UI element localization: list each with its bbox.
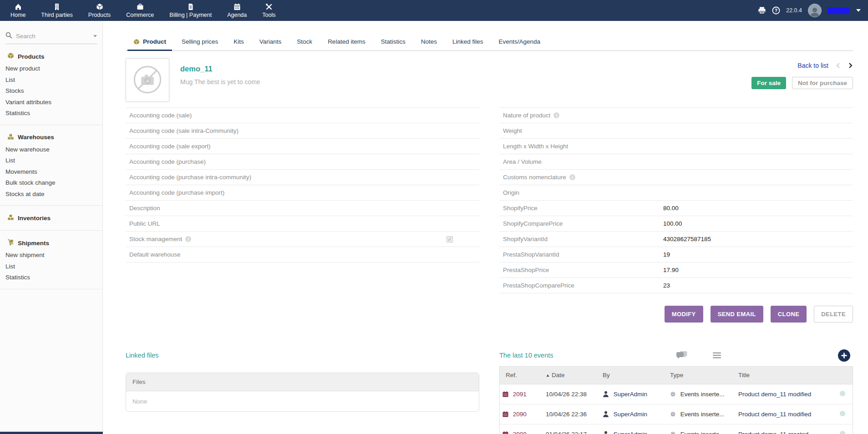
action-button[interactable]: CLONE: [771, 306, 807, 323]
sidebar-section-shipments: Shipments New shipmentListStatistics: [0, 231, 102, 289]
sidebar-section-inventories-title[interactable]: Inventories: [7, 214, 97, 222]
col-title-header[interactable]: Title: [736, 367, 837, 384]
tab[interactable]: Events/Agenda: [491, 35, 548, 50]
field-value: 17.90: [663, 267, 679, 273]
event-title-link[interactable]: Product demo_11 modified: [738, 391, 811, 398]
user-avatar[interactable]: [808, 4, 822, 17]
event-calendar-icon: [503, 431, 508, 434]
not-for-purchase-badge: Not for purchase: [792, 77, 853, 89]
sidebar-item[interactable]: List: [5, 261, 97, 273]
section-title-label: Warehouses: [18, 134, 54, 141]
field-row: PrestaShopVariantId 19: [499, 247, 853, 262]
field-row: ShopifyPrice 80.00: [499, 201, 853, 216]
warehouse-boxes-icon: [7, 133, 14, 141]
help-icon[interactable]: ?: [772, 6, 780, 15]
sidebar-item[interactable]: Stocks: [5, 86, 97, 97]
topmenu-products[interactable]: Products: [81, 0, 118, 21]
action-button[interactable]: MODIFY: [665, 306, 703, 323]
checkbox-checked[interactable]: ✓: [447, 236, 453, 242]
tab[interactable]: Related items: [320, 35, 373, 50]
event-ref-link[interactable]: 2000: [513, 431, 527, 434]
event-ref-link[interactable]: 2090: [513, 411, 527, 418]
col-status-header: [837, 367, 853, 384]
col-type-header[interactable]: Type: [667, 367, 736, 384]
tab[interactable]: Variants: [252, 35, 289, 50]
sidebar-item[interactable]: Movements: [5, 167, 97, 178]
sidebar-section-warehouses-title[interactable]: Warehouses: [7, 133, 97, 141]
col-by-header[interactable]: By: [600, 367, 667, 384]
event-title-link[interactable]: Product demo_11 modified: [738, 411, 811, 418]
field-row: Weight: [499, 123, 853, 139]
user-icon: [603, 411, 609, 417]
chevron-right-icon[interactable]: [848, 62, 853, 69]
building-icon: [53, 3, 61, 10]
print-icon[interactable]: [758, 6, 766, 15]
tab[interactable]: Product: [126, 35, 174, 50]
sidebar-item[interactable]: Statistics: [5, 108, 97, 119]
event-author-link[interactable]: SuperAdmin: [614, 431, 647, 434]
info-icon[interactable]: i: [553, 112, 559, 118]
action-buttons: MODIFYSEND EMAILCLONEDELETE: [126, 306, 853, 323]
product-photo-placeholder[interactable]: [126, 58, 169, 102]
product-label: Mug The best is yet to come: [180, 78, 260, 86]
tab[interactable]: Statistics: [373, 35, 413, 50]
sidebar-item[interactable]: List: [5, 75, 97, 86]
event-ref-link[interactable]: 2091: [513, 391, 527, 398]
product-identity: demo_11 Mug The best is yet to come: [180, 58, 260, 102]
sidebar-section-products-title[interactable]: Products: [7, 52, 97, 61]
field-label: ShopifyComparePrice: [503, 220, 563, 227]
topmenu-agenda[interactable]: Agenda: [219, 0, 254, 21]
sidebar-bottom-bar: [0, 432, 108, 434]
action-button[interactable]: SEND EMAIL: [711, 306, 763, 323]
col-date-header[interactable]: ▲Date: [543, 367, 600, 384]
event-date: 01/04/26 22:17: [543, 424, 600, 434]
tab[interactable]: Notes: [413, 35, 445, 50]
event-row: 2091 10/04/26 22:38 SuperAdmin: [500, 384, 853, 404]
event-author-link[interactable]: SuperAdmin: [614, 411, 647, 418]
tab-label: Selling prices: [182, 38, 218, 45]
chevron-down-icon[interactable]: [856, 9, 861, 12]
sidebar-item[interactable]: New product: [5, 63, 97, 75]
topmenu-commerce[interactable]: Commerce: [118, 0, 162, 21]
files-column-header[interactable]: Files: [126, 373, 479, 391]
search-options-caret-icon[interactable]: [93, 35, 97, 37]
back-to-list-link[interactable]: Back to list: [797, 62, 828, 69]
sidebar-section-shipments-title[interactable]: Shipments: [7, 239, 97, 247]
event-date: 10/04/26 22:38: [543, 384, 600, 404]
sidebar-item[interactable]: Variant attributes: [5, 97, 97, 108]
tab[interactable]: Kits: [226, 35, 252, 50]
info-icon[interactable]: i: [185, 236, 191, 242]
username-redacted[interactable]: [827, 7, 849, 14]
list-view-icon[interactable]: [712, 352, 721, 359]
topmenu-label: Products: [88, 12, 111, 18]
event-author-link[interactable]: SuperAdmin: [614, 391, 647, 398]
inventory-cubes-icon: [7, 214, 14, 222]
info-icon[interactable]: i: [569, 174, 575, 180]
topmenu-third-parties[interactable]: Third parties: [33, 0, 80, 21]
sidebar-item[interactable]: New shipment: [5, 250, 97, 261]
topmenu-tools[interactable]: Tools: [254, 0, 283, 21]
topmenu-billing-payment[interactable]: Billing | Payment: [162, 0, 219, 21]
sidebar-item[interactable]: Statistics: [5, 272, 97, 283]
tab[interactable]: Linked files: [445, 35, 491, 50]
sidebar-item[interactable]: Stocks at date: [5, 189, 97, 200]
add-event-button[interactable]: [838, 349, 850, 362]
field-row: Area / Volume: [499, 154, 853, 170]
search-input[interactable]: [16, 33, 90, 40]
field-label: Description: [129, 205, 160, 212]
events-header: The last 10 events: [499, 348, 853, 362]
tab-label: Events/Agenda: [499, 38, 541, 45]
sidebar-item[interactable]: New warehouse: [5, 144, 97, 156]
event-title-link[interactable]: Product demo_11 created: [738, 431, 808, 434]
topmenu-home[interactable]: Home: [3, 0, 33, 21]
action-button[interactable]: DELETE: [814, 306, 853, 323]
col-ref-header[interactable]: Ref.: [500, 367, 543, 384]
sidebar-item[interactable]: List: [5, 155, 97, 167]
invoice-icon: [187, 3, 194, 10]
event-status-dot: [840, 391, 845, 396]
sidebar-item[interactable]: Bulk stock change: [5, 177, 97, 189]
tab[interactable]: Stock: [289, 35, 320, 50]
comments-icon[interactable]: [676, 350, 688, 360]
events-table: Ref. ▲Date By Type Title: [499, 366, 853, 434]
tab[interactable]: Selling prices: [174, 35, 226, 50]
